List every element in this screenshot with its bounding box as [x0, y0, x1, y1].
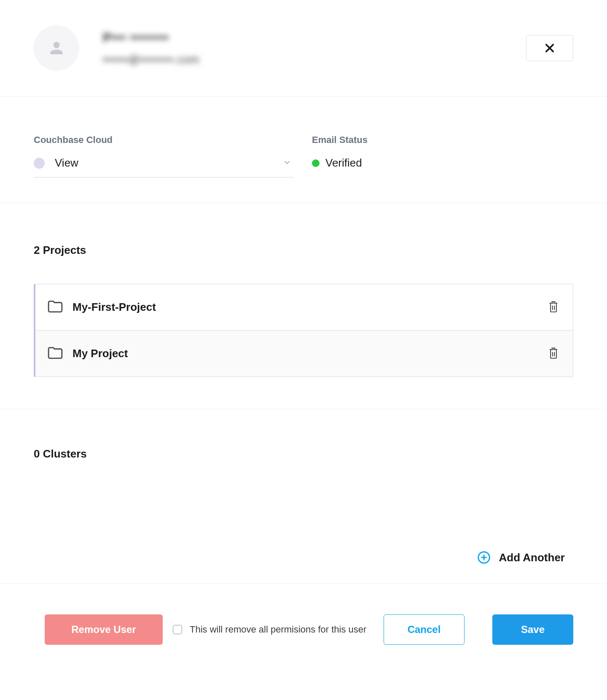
- project-name: My Project: [73, 347, 537, 360]
- project-row[interactable]: My-First-Project: [35, 284, 573, 330]
- email-status-label: Email Status: [312, 135, 368, 145]
- user-header: P••• •••••••• ••••••@••••••••.com: [0, 0, 607, 97]
- role-dot-icon: [34, 158, 45, 169]
- status-dot-icon: [312, 159, 320, 167]
- user-name: P••• ••••••••: [103, 30, 199, 45]
- confirm-remove-checkbox[interactable]: [173, 625, 182, 634]
- delete-project-button[interactable]: [546, 299, 561, 316]
- trash-icon: [548, 347, 559, 359]
- projects-section: 2 Projects My-First-Project My Project: [0, 203, 607, 409]
- folder-icon: [47, 346, 63, 361]
- delete-project-button[interactable]: [546, 345, 561, 362]
- plus-circle-icon: [477, 551, 491, 564]
- person-icon: [47, 39, 66, 57]
- close-button[interactable]: [526, 35, 573, 61]
- save-button[interactable]: Save: [492, 614, 573, 645]
- user-email: ••••••@••••••••.com: [103, 53, 199, 66]
- cloud-select[interactable]: View: [34, 152, 293, 178]
- clusters-section: 0 Clusters Add Another: [0, 409, 607, 584]
- project-name: My-First-Project: [73, 301, 537, 314]
- cloud-label: Couchbase Cloud: [34, 135, 293, 145]
- project-list: My-First-Project My Project: [34, 284, 573, 377]
- footer-actions: Remove User This will remove all permisi…: [0, 584, 607, 670]
- email-status-value: Verified: [325, 156, 362, 170]
- cloud-field: Couchbase Cloud View: [34, 135, 293, 178]
- cancel-button[interactable]: Cancel: [384, 614, 465, 645]
- close-icon: [544, 42, 556, 54]
- remove-user-button[interactable]: Remove User: [45, 614, 163, 645]
- trash-icon: [548, 300, 559, 313]
- project-row[interactable]: My Project: [35, 330, 573, 377]
- user-identity: P••• •••••••• ••••••@••••••••.com: [103, 30, 199, 66]
- add-another-label: Add Another: [499, 551, 565, 564]
- folder-icon: [47, 300, 63, 315]
- settings-section: Couchbase Cloud View Email Status Verifi…: [0, 97, 607, 203]
- clusters-heading: 0 Clusters: [34, 447, 573, 460]
- avatar: [34, 25, 79, 71]
- chevron-down-icon: [282, 158, 292, 169]
- remove-user-note: This will remove all permisions for this…: [190, 624, 366, 635]
- email-status-field: Email Status Verified: [312, 135, 368, 178]
- projects-heading: 2 Projects: [34, 244, 573, 257]
- add-another-button[interactable]: Add Another: [34, 487, 573, 564]
- cloud-select-value: View: [55, 156, 282, 170]
